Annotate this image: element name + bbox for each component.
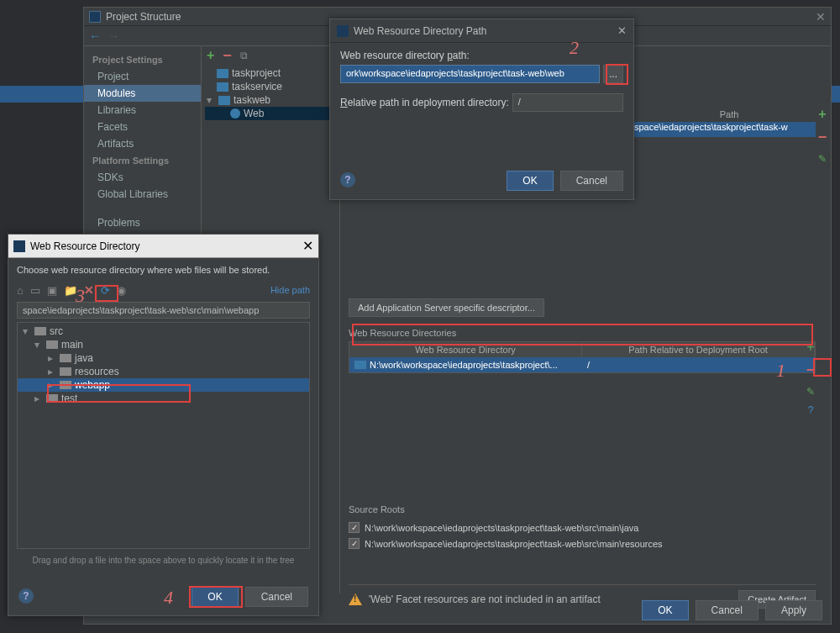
wrd-col-1: Web Resource Directory (349, 342, 582, 357)
source-roots-section: Source Roots ✓N:\work\workspace\iedaproj… (349, 504, 816, 551)
wrdp-title: Web Resource Directory Path (354, 25, 487, 37)
source-root-row[interactable]: ✓N:\work\workspace\iedaprojects\taskproj… (349, 520, 816, 535)
refresh-icon[interactable]: ⟳ (101, 284, 110, 297)
cancel-button[interactable]: Cancel (560, 171, 623, 191)
remove-icon[interactable]: − (818, 129, 827, 146)
add-icon[interactable]: + (806, 340, 814, 355)
show-hidden-icon[interactable]: ◉ (117, 284, 126, 297)
remove-module-icon[interactable]: − (223, 47, 232, 65)
tree-row: ▾src (18, 324, 309, 338)
new-folder-icon[interactable]: 📁 (64, 284, 77, 297)
sidebar-item-global-libs[interactable]: Global Libraries (84, 186, 201, 203)
intellij-icon (337, 25, 349, 37)
wrd-file-chooser: Web Resource Directory ✕ Choose web reso… (8, 234, 319, 616)
nav-fwd-icon[interactable]: → (108, 29, 119, 43)
checkbox-icon[interactable]: ✓ (349, 522, 360, 533)
source-root-row[interactable]: ✓N:\work\workspace\iedaprojects\taskproj… (349, 535, 816, 551)
wrdp-path-label: Web resource directory path: (340, 50, 623, 61)
browse-button[interactable]: ... (603, 65, 623, 83)
folder-icon (354, 361, 366, 369)
add-module-icon[interactable]: + (207, 48, 214, 63)
folder-icon (60, 367, 71, 376)
wrd-table-row[interactable]: N:\work\workspace\iedaprojects\taskproje… (349, 357, 815, 372)
intellij-icon (13, 240, 25, 252)
wrd-subtitle: Choose web resource directory where web … (8, 258, 318, 282)
close-icon[interactable]: ✕ (617, 24, 627, 37)
sidebar-item-libraries[interactable]: Libraries (84, 102, 201, 119)
ok-button[interactable]: OK (507, 171, 553, 191)
wrd-table: Web Resource Directory Path Relative to … (349, 341, 816, 373)
folder-icon (34, 327, 46, 335)
source-roots-label: Source Roots (349, 504, 816, 514)
wrd-path-input[interactable]: space\iedaprojects\taskproject\task-web\… (17, 302, 310, 319)
wrdp-path-input[interactable]: ork\workspace\iedaprojects\taskproject\t… (340, 65, 600, 83)
folder-icon (46, 394, 58, 403)
tree-row-selected: ▸webapp (18, 378, 309, 392)
sidebar-item-sdks[interactable]: SDKs (84, 169, 201, 186)
sidebar-item-facets[interactable]: Facets (84, 119, 201, 135)
help-icon[interactable]: ? (18, 588, 34, 604)
warning-text: 'Web' Facet resources are not included i… (369, 593, 601, 605)
ok-button[interactable]: OK (192, 587, 238, 607)
intellij-icon (89, 11, 101, 23)
tree-row: ▸resources (18, 365, 309, 378)
cancel-button[interactable]: Cancel (696, 600, 759, 620)
close-icon[interactable]: ✕ (816, 10, 826, 24)
folder-icon (46, 340, 58, 349)
add-icon[interactable]: + (818, 107, 826, 122)
wrdp-dialog: Web Resource Directory Path ✕ Web resour… (329, 18, 634, 200)
help-icon[interactable]: ? (340, 172, 355, 187)
apply-button[interactable]: Apply (765, 600, 822, 620)
copy-module-icon[interactable]: ⧉ (240, 50, 248, 61)
home-icon[interactable]: ⌂ (17, 284, 24, 297)
sidebar-group-platform: Platform Settings (84, 152, 201, 169)
wrdp-rel-input[interactable]: / (512, 93, 623, 112)
edit-icon[interactable]: ✎ (818, 153, 827, 165)
wrdp-rel-label: Relative path in deployment directory: (340, 97, 509, 108)
wrd-title: Web Resource Directory (30, 240, 140, 252)
add-descriptor-button[interactable]: Add Application Server specific descript… (349, 298, 544, 317)
ps-title: Project Structure (106, 11, 181, 23)
sidebar-group-project: Project Settings (84, 51, 201, 68)
remove-icon[interactable]: − (806, 361, 816, 379)
ok-button[interactable]: OK (642, 600, 688, 620)
sidebar-item-artifacts[interactable]: Artifacts (84, 135, 201, 152)
wrd-drag-hint: Drag and drop a file into the space abov… (8, 552, 318, 568)
cancel-button[interactable]: Cancel (245, 587, 308, 607)
tree-row: ▾main (18, 338, 309, 351)
close-icon[interactable]: ✕ (302, 238, 313, 254)
wrd-section-label: Web Resource Directories (349, 328, 816, 338)
warning-icon (349, 593, 362, 605)
desktop-icon[interactable]: ▭ (30, 284, 40, 297)
wrd-col-2: Path Relative to Deployment Root (582, 342, 815, 357)
module-row[interactable]: ▾taskweb (205, 93, 336, 107)
project-icon[interactable]: ▣ (47, 284, 57, 297)
delete-icon[interactable]: ✕ (84, 283, 94, 297)
sidebar-item-modules[interactable]: Modules (84, 85, 201, 102)
tree-row: ▸test (18, 392, 309, 405)
nav-back-icon[interactable]: ← (89, 29, 101, 43)
module-row-web[interactable]: Web (205, 107, 336, 120)
wrd-toolbar: ⌂ ▭ ▣ 📁 ✕ ⟳ ◉ Hide path (8, 282, 318, 298)
help-icon[interactable]: ? (808, 404, 814, 416)
folder-icon (60, 381, 71, 389)
sidebar-item-project[interactable]: Project (84, 68, 201, 85)
folder-icon (60, 354, 71, 362)
checkbox-icon[interactable]: ✓ (349, 538, 360, 549)
wrd-section: Web Resource Directories Web Resource Di… (349, 328, 816, 373)
module-row[interactable]: taskservice (205, 80, 336, 93)
module-row[interactable]: taskproject (205, 66, 336, 80)
sidebar-item-problems[interactable]: Problems (84, 214, 201, 231)
hide-path-link[interactable]: Hide path (270, 285, 310, 295)
wrd-tree[interactable]: ▾src ▾main ▸java ▸resources ▸webapp ▸tes… (17, 322, 310, 549)
tree-row: ▸java (18, 351, 309, 365)
edit-icon[interactable]: ✎ (806, 386, 815, 398)
